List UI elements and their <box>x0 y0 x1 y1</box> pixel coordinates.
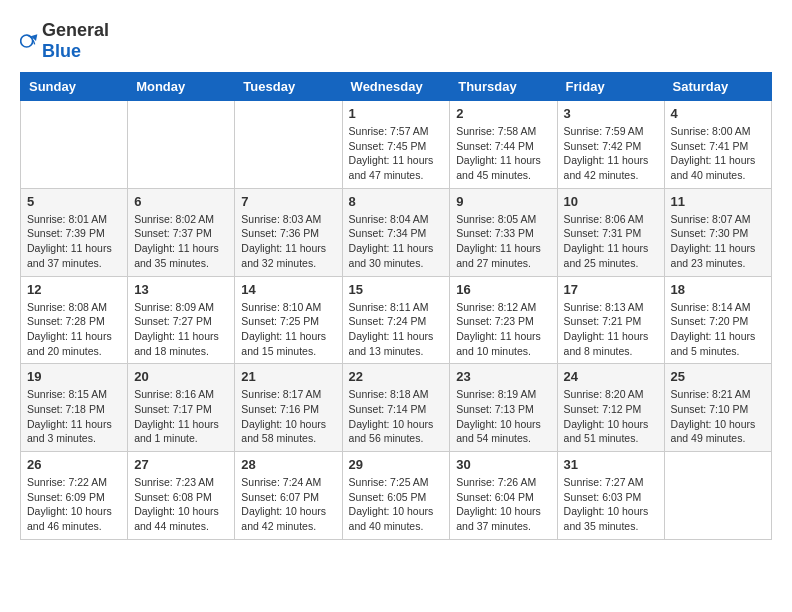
day-number: 5 <box>27 194 121 209</box>
calendar-cell: 26Sunrise: 7:22 AM Sunset: 6:09 PM Dayli… <box>21 452 128 540</box>
calendar-cell <box>664 452 771 540</box>
day-info: Sunrise: 7:25 AM Sunset: 6:05 PM Dayligh… <box>349 475 444 534</box>
day-info: Sunrise: 7:58 AM Sunset: 7:44 PM Dayligh… <box>456 124 550 183</box>
day-info: Sunrise: 8:01 AM Sunset: 7:39 PM Dayligh… <box>27 212 121 271</box>
day-number: 25 <box>671 369 765 384</box>
day-info: Sunrise: 8:10 AM Sunset: 7:25 PM Dayligh… <box>241 300 335 359</box>
weekday-header-monday: Monday <box>128 73 235 101</box>
day-info: Sunrise: 8:05 AM Sunset: 7:33 PM Dayligh… <box>456 212 550 271</box>
page-header: General Blue <box>20 20 772 62</box>
calendar-cell: 9Sunrise: 8:05 AM Sunset: 7:33 PM Daylig… <box>450 188 557 276</box>
calendar-cell: 1Sunrise: 7:57 AM Sunset: 7:45 PM Daylig… <box>342 101 450 189</box>
calendar-cell: 21Sunrise: 8:17 AM Sunset: 7:16 PM Dayli… <box>235 364 342 452</box>
calendar-week-1: 1Sunrise: 7:57 AM Sunset: 7:45 PM Daylig… <box>21 101 772 189</box>
logo-icon <box>20 31 40 51</box>
day-info: Sunrise: 7:23 AM Sunset: 6:08 PM Dayligh… <box>134 475 228 534</box>
day-info: Sunrise: 8:21 AM Sunset: 7:10 PM Dayligh… <box>671 387 765 446</box>
day-number: 1 <box>349 106 444 121</box>
calendar-cell: 29Sunrise: 7:25 AM Sunset: 6:05 PM Dayli… <box>342 452 450 540</box>
weekday-header-row: SundayMondayTuesdayWednesdayThursdayFrid… <box>21 73 772 101</box>
weekday-header-saturday: Saturday <box>664 73 771 101</box>
day-info: Sunrise: 8:09 AM Sunset: 7:27 PM Dayligh… <box>134 300 228 359</box>
day-info: Sunrise: 8:15 AM Sunset: 7:18 PM Dayligh… <box>27 387 121 446</box>
day-number: 24 <box>564 369 658 384</box>
calendar-cell: 27Sunrise: 7:23 AM Sunset: 6:08 PM Dayli… <box>128 452 235 540</box>
day-info: Sunrise: 8:12 AM Sunset: 7:23 PM Dayligh… <box>456 300 550 359</box>
calendar-week-4: 19Sunrise: 8:15 AM Sunset: 7:18 PM Dayli… <box>21 364 772 452</box>
day-info: Sunrise: 8:04 AM Sunset: 7:34 PM Dayligh… <box>349 212 444 271</box>
calendar-cell: 22Sunrise: 8:18 AM Sunset: 7:14 PM Dayli… <box>342 364 450 452</box>
day-info: Sunrise: 8:13 AM Sunset: 7:21 PM Dayligh… <box>564 300 658 359</box>
day-number: 31 <box>564 457 658 472</box>
day-info: Sunrise: 8:17 AM Sunset: 7:16 PM Dayligh… <box>241 387 335 446</box>
day-number: 27 <box>134 457 228 472</box>
calendar-cell: 13Sunrise: 8:09 AM Sunset: 7:27 PM Dayli… <box>128 276 235 364</box>
day-number: 8 <box>349 194 444 209</box>
calendar-cell: 15Sunrise: 8:11 AM Sunset: 7:24 PM Dayli… <box>342 276 450 364</box>
calendar-cell: 2Sunrise: 7:58 AM Sunset: 7:44 PM Daylig… <box>450 101 557 189</box>
calendar-cell: 10Sunrise: 8:06 AM Sunset: 7:31 PM Dayli… <box>557 188 664 276</box>
day-info: Sunrise: 8:02 AM Sunset: 7:37 PM Dayligh… <box>134 212 228 271</box>
weekday-header-friday: Friday <box>557 73 664 101</box>
day-info: Sunrise: 7:27 AM Sunset: 6:03 PM Dayligh… <box>564 475 658 534</box>
calendar-week-2: 5Sunrise: 8:01 AM Sunset: 7:39 PM Daylig… <box>21 188 772 276</box>
day-number: 30 <box>456 457 550 472</box>
day-number: 12 <box>27 282 121 297</box>
calendar-cell <box>235 101 342 189</box>
weekday-header-sunday: Sunday <box>21 73 128 101</box>
calendar-table: SundayMondayTuesdayWednesdayThursdayFrid… <box>20 72 772 540</box>
day-info: Sunrise: 8:19 AM Sunset: 7:13 PM Dayligh… <box>456 387 550 446</box>
day-number: 15 <box>349 282 444 297</box>
day-number: 10 <box>564 194 658 209</box>
calendar-week-3: 12Sunrise: 8:08 AM Sunset: 7:28 PM Dayli… <box>21 276 772 364</box>
weekday-header-thursday: Thursday <box>450 73 557 101</box>
logo-general-text: General <box>42 20 109 40</box>
calendar-cell: 14Sunrise: 8:10 AM Sunset: 7:25 PM Dayli… <box>235 276 342 364</box>
day-number: 20 <box>134 369 228 384</box>
day-number: 29 <box>349 457 444 472</box>
weekday-header-tuesday: Tuesday <box>235 73 342 101</box>
day-info: Sunrise: 8:03 AM Sunset: 7:36 PM Dayligh… <box>241 212 335 271</box>
calendar-week-5: 26Sunrise: 7:22 AM Sunset: 6:09 PM Dayli… <box>21 452 772 540</box>
day-number: 22 <box>349 369 444 384</box>
day-number: 6 <box>134 194 228 209</box>
day-info: Sunrise: 8:20 AM Sunset: 7:12 PM Dayligh… <box>564 387 658 446</box>
day-info: Sunrise: 7:57 AM Sunset: 7:45 PM Dayligh… <box>349 124 444 183</box>
day-number: 17 <box>564 282 658 297</box>
day-info: Sunrise: 7:59 AM Sunset: 7:42 PM Dayligh… <box>564 124 658 183</box>
day-info: Sunrise: 8:00 AM Sunset: 7:41 PM Dayligh… <box>671 124 765 183</box>
calendar-cell: 30Sunrise: 7:26 AM Sunset: 6:04 PM Dayli… <box>450 452 557 540</box>
calendar-cell: 7Sunrise: 8:03 AM Sunset: 7:36 PM Daylig… <box>235 188 342 276</box>
day-number: 28 <box>241 457 335 472</box>
logo: General Blue <box>20 20 109 62</box>
day-number: 21 <box>241 369 335 384</box>
day-info: Sunrise: 8:07 AM Sunset: 7:30 PM Dayligh… <box>671 212 765 271</box>
calendar-cell: 28Sunrise: 7:24 AM Sunset: 6:07 PM Dayli… <box>235 452 342 540</box>
day-number: 7 <box>241 194 335 209</box>
day-number: 2 <box>456 106 550 121</box>
day-number: 4 <box>671 106 765 121</box>
day-info: Sunrise: 7:26 AM Sunset: 6:04 PM Dayligh… <box>456 475 550 534</box>
logo-blue-text: Blue <box>42 41 81 61</box>
day-number: 19 <box>27 369 121 384</box>
calendar-cell <box>128 101 235 189</box>
day-number: 16 <box>456 282 550 297</box>
day-number: 13 <box>134 282 228 297</box>
calendar-cell: 12Sunrise: 8:08 AM Sunset: 7:28 PM Dayli… <box>21 276 128 364</box>
calendar-cell <box>21 101 128 189</box>
calendar-cell: 31Sunrise: 7:27 AM Sunset: 6:03 PM Dayli… <box>557 452 664 540</box>
calendar-cell: 17Sunrise: 8:13 AM Sunset: 7:21 PM Dayli… <box>557 276 664 364</box>
day-info: Sunrise: 8:08 AM Sunset: 7:28 PM Dayligh… <box>27 300 121 359</box>
day-number: 23 <box>456 369 550 384</box>
calendar-cell: 19Sunrise: 8:15 AM Sunset: 7:18 PM Dayli… <box>21 364 128 452</box>
day-info: Sunrise: 7:22 AM Sunset: 6:09 PM Dayligh… <box>27 475 121 534</box>
day-info: Sunrise: 8:06 AM Sunset: 7:31 PM Dayligh… <box>564 212 658 271</box>
day-info: Sunrise: 7:24 AM Sunset: 6:07 PM Dayligh… <box>241 475 335 534</box>
day-number: 11 <box>671 194 765 209</box>
calendar-cell: 6Sunrise: 8:02 AM Sunset: 7:37 PM Daylig… <box>128 188 235 276</box>
day-number: 14 <box>241 282 335 297</box>
weekday-header-wednesday: Wednesday <box>342 73 450 101</box>
calendar-cell: 25Sunrise: 8:21 AM Sunset: 7:10 PM Dayli… <box>664 364 771 452</box>
calendar-cell: 11Sunrise: 8:07 AM Sunset: 7:30 PM Dayli… <box>664 188 771 276</box>
day-number: 18 <box>671 282 765 297</box>
